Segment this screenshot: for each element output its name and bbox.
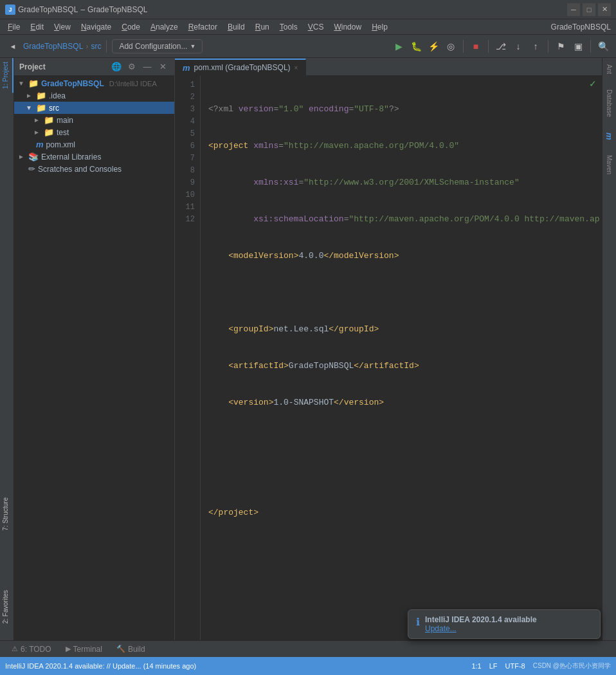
menu-run[interactable]: Run	[250, 21, 275, 33]
tree-item-scratches[interactable]: ► ✏ Scratches and Consoles	[14, 163, 174, 175]
close-button[interactable]: ✕	[598, 3, 611, 16]
toolbar-separator-3	[488, 40, 489, 53]
menu-analyze[interactable]: Analyze	[145, 21, 183, 33]
search-everywhere-button[interactable]: 🔍	[595, 39, 611, 54]
line-num-1: 1	[175, 79, 200, 91]
bookmark-button[interactable]: ⚑	[553, 39, 568, 54]
todo-label: 6: TODO	[21, 645, 51, 654]
scratch-icon: ✏	[28, 164, 35, 174]
tree-item-src[interactable]: ▼ 📁 src	[14, 102, 174, 114]
minimize-button[interactable]: ─	[567, 3, 580, 16]
right-tab-m[interactable]: m	[602, 129, 616, 144]
right-sidebar: Ant Database m Maven	[602, 58, 616, 640]
run-button[interactable]: ▶	[391, 39, 406, 54]
folder-icon-main: 📁	[44, 115, 54, 125]
stop-button[interactable]: ■	[468, 39, 484, 54]
breadcrumb-project[interactable]: GradeTopNBSQL	[23, 42, 83, 51]
build-icon: 🔨	[116, 645, 125, 653]
status-position[interactable]: 1:1	[471, 662, 481, 670]
terminal-icon: ▶	[66, 645, 71, 653]
menu-code[interactable]: Code	[116, 21, 145, 33]
status-lf[interactable]: LF	[489, 662, 498, 670]
sidebar-tab-structure[interactable]: 7: Structure	[0, 494, 14, 535]
right-tab-database[interactable]: Database	[604, 86, 615, 121]
tree-label-idea: .idea	[49, 91, 66, 100]
editor-tab-pom[interactable]: m pom.xml (GradeTopNBSQL) ×	[175, 59, 306, 75]
status-charset[interactable]: UTF-8	[505, 662, 525, 670]
main-area: 1: Project 7: Structure 2: Favorites Pro…	[0, 58, 616, 640]
tree-label-pom: pom.xml	[46, 140, 75, 149]
panel-collapse-button[interactable]: —	[141, 60, 154, 73]
menu-view[interactable]: View	[49, 21, 76, 33]
line-num-3: 3	[175, 103, 200, 115]
tab-close-pom[interactable]: ×	[294, 64, 298, 71]
line-num-11: 11	[175, 201, 200, 213]
maximize-button[interactable]: □	[583, 3, 595, 16]
git-button[interactable]: ⎇	[493, 39, 509, 54]
title-bar: J GradeTopNBSQL – GradeTopNBSQL ─ □ ✕	[0, 0, 616, 19]
editor-area: m pom.xml (GradeTopNBSQL) × 1 2 3 4 5 6 …	[175, 58, 602, 640]
project-tree: ▼ 📁 GradeTopNBSQL D:\IntelliJ IDEA ► 📁 .…	[14, 76, 174, 640]
tree-item-main[interactable]: ► 📁 main	[14, 114, 174, 126]
git-push-button[interactable]: ↑	[528, 39, 543, 54]
coverage-button[interactable]: ⚡	[426, 39, 441, 54]
menu-build[interactable]: Build	[222, 21, 250, 33]
editor-content[interactable]: 1 2 3 4 5 6 7 8 9 10 11 12 <?xml version…	[175, 76, 602, 640]
menu-file[interactable]: File	[3, 21, 25, 33]
title-bar-project: GradeTopNBSQL	[18, 5, 78, 14]
bottom-tab-build[interactable]: 🔨 Build	[110, 643, 152, 655]
profile-button[interactable]: ◎	[443, 39, 458, 54]
project-panel-header: Project 🌐 ⚙ — ✕	[14, 58, 174, 76]
status-bar: IntelliJ IDEA 2020.1.4 available: // Upd…	[0, 657, 616, 675]
code-line-11	[208, 470, 594, 482]
panel-close-button[interactable]: ✕	[156, 60, 169, 73]
validation-check: ✓	[589, 79, 597, 89]
watermark-text: CSDN @热心市民小资同学	[533, 661, 611, 670]
tree-item-test[interactable]: ► 📁 test	[14, 126, 174, 138]
tree-item-ext-libs[interactable]: ► 📚 External Libraries	[14, 151, 174, 163]
tree-item-root[interactable]: ▼ 📁 GradeTopNBSQL D:\IntelliJ IDEA	[14, 77, 174, 89]
sidebar-tab-project[interactable]: 1: Project	[0, 58, 14, 93]
toolbar-separator-5	[590, 40, 591, 53]
code-editor[interactable]: <?xml version="1.0" encoding="UTF-8"?> <…	[201, 76, 602, 640]
tree-arrow-idea: ►	[26, 92, 33, 99]
notification-popup: ℹ IntelliJ IDEA 2020.1.4 available Updat…	[408, 609, 601, 639]
menu-refactor[interactable]: Refactor	[183, 21, 222, 33]
terminal-label: Terminal	[73, 645, 102, 654]
code-line-8: <artifactId>GradeTopNBSQL</artifactId>	[208, 360, 594, 372]
toolbar-separator-1	[106, 40, 107, 53]
menu-vcs[interactable]: VCS	[303, 21, 329, 33]
code-line-2: <project xmlns="http://maven.apache.org/…	[208, 140, 594, 152]
sidebar-tab-favorites[interactable]: 2: Favorites	[0, 586, 14, 627]
code-line-5: <modelVersion>4.0.0</modelVersion>	[208, 250, 594, 262]
tree-label-scratches: Scratches and Consoles	[38, 165, 122, 174]
code-line-10	[208, 433, 594, 445]
git-update-button[interactable]: ↓	[511, 39, 526, 54]
line-num-6: 6	[175, 140, 200, 152]
right-tab-maven[interactable]: Maven	[604, 151, 615, 178]
code-line-6	[208, 286, 594, 299]
toolbar-separator-2	[463, 40, 464, 53]
panel-new-file-button[interactable]: 🌐	[110, 60, 123, 73]
tree-label-main: main	[57, 116, 73, 125]
menu-window[interactable]: Window	[329, 21, 367, 33]
menu-help[interactable]: Help	[367, 21, 393, 33]
bottom-tab-todo[interactable]: ⚠ 6: TODO	[5, 643, 58, 655]
menu-navigate[interactable]: Navigate	[76, 21, 116, 33]
notification-update-link[interactable]: Update...	[425, 624, 592, 633]
breadcrumb-path[interactable]: src	[91, 42, 101, 51]
run-config-label: Add Configuration...	[119, 42, 187, 51]
panel-settings-button[interactable]: ⚙	[125, 60, 138, 73]
project-panel: Project 🌐 ⚙ — ✕ ▼ 📁 GradeTopNBSQL D:\Int…	[14, 58, 175, 640]
tree-item-idea[interactable]: ► 📁 .idea	[14, 89, 174, 102]
tree-item-pom[interactable]: ► m pom.xml	[14, 138, 174, 151]
run-config-button[interactable]: Add Configuration... ▼	[112, 39, 203, 53]
right-tab-ant[interactable]: Ant	[604, 60, 615, 78]
back-button[interactable]: ◄	[5, 39, 21, 54]
layout-button[interactable]: ▣	[570, 39, 586, 54]
debug-button[interactable]: 🐛	[408, 39, 424, 54]
folder-icon-test: 📁	[44, 127, 54, 137]
bottom-tab-terminal[interactable]: ▶ Terminal	[59, 643, 109, 655]
menu-tools[interactable]: Tools	[275, 21, 303, 33]
menu-edit[interactable]: Edit	[25, 21, 49, 33]
